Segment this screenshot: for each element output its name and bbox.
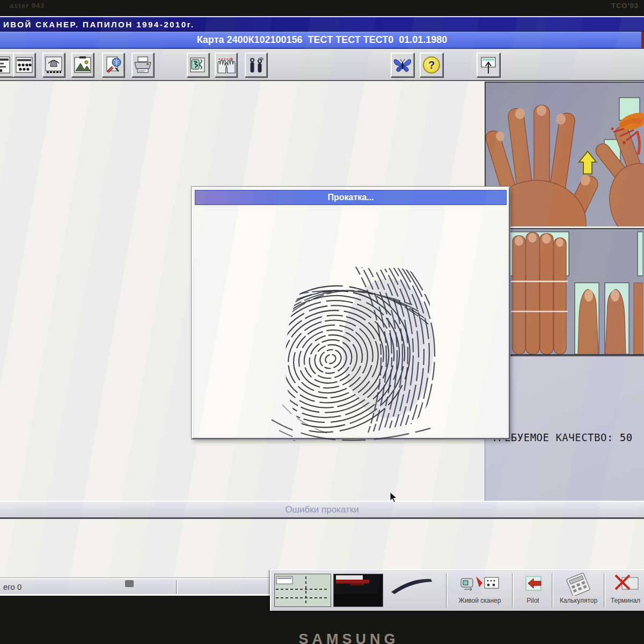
taskbar-label: Живой сканер <box>448 597 511 604</box>
dialog-title-bar[interactable]: Прокатка... <box>195 190 507 205</box>
fingerprint-image <box>251 244 454 441</box>
card-info-bar: Карта 2400К102100156 ТЕСТ ТЕСТ ТЕСТ0 01.… <box>0 32 644 49</box>
taskbar-divider <box>552 573 553 608</box>
dialog-body <box>195 207 507 436</box>
scan-card-icon <box>189 56 207 74</box>
monitor-model-text: aster 943 <box>10 2 45 10</box>
slap-photo-graphic <box>507 229 643 354</box>
status-bar: Ошибки прокатки <box>0 501 644 519</box>
screen: ИВОЙ СКАНЕР. ПАПИЛОН 1994-2010г. Карта 2… <box>0 16 644 594</box>
tools-icon <box>247 56 265 74</box>
taskbar-label: Терминал <box>606 597 644 604</box>
fingerprint-card-button[interactable] <box>13 53 35 77</box>
toolbar: ? <box>0 49 644 81</box>
taskbar-swoosh[interactable] <box>385 574 446 607</box>
card-form-icon <box>0 56 11 74</box>
taskbar-item-pilot[interactable]: Pilot <box>514 571 552 610</box>
butterfly-button[interactable] <box>391 53 414 77</box>
two-hands-icon <box>216 56 236 74</box>
taskbar-divider <box>446 573 448 608</box>
tools-button[interactable] <box>245 53 267 77</box>
pilot-icon <box>514 571 552 596</box>
taskbar-item-terminal[interactable]: Терминал <box>606 571 644 610</box>
taskbar-item-live-scanner[interactable]: Живой сканер <box>448 571 511 610</box>
dialog-title-text: Прокатка... <box>327 193 374 202</box>
rolling-dialog: Прокатка... <box>192 187 510 439</box>
slap-and-thumbs-photo <box>506 228 644 355</box>
total-count-text: его 0 <box>3 582 21 591</box>
mouse-cursor <box>390 492 398 503</box>
taskbar-label: Pilot <box>514 597 552 604</box>
print-button[interactable] <box>131 53 154 77</box>
required-quality-text: ТРЕБУЕМОЕ КАЧЕСТВО: 50 <box>492 431 633 443</box>
taskbar-divider <box>604 573 605 608</box>
taskbar-thumbnail-grid[interactable] <box>274 574 331 607</box>
print-icon <box>134 56 152 74</box>
window-restore-icon <box>479 55 497 75</box>
monitor-button[interactable] <box>125 580 134 587</box>
card-info-text: Карта 2400К102100156 ТЕСТ ТЕСТ ТЕСТ0 01.… <box>197 34 448 46</box>
picture-icon <box>74 56 91 74</box>
app-title-bar: ИВОЙ СКАНЕР. ПАПИЛОН 1994-2010г. <box>0 16 644 32</box>
help-icon: ? <box>423 56 440 74</box>
roll-finger-icon <box>45 56 62 74</box>
live-scanner-icon <box>448 571 511 596</box>
help-button[interactable]: ? <box>420 53 443 77</box>
fingerprint-card-icon <box>16 56 33 74</box>
taskbar-divider <box>512 573 514 608</box>
two-hands-button[interactable] <box>215 53 237 77</box>
picture-button[interactable] <box>71 53 94 77</box>
taskbar-thumbnail-image[interactable] <box>333 574 383 607</box>
card-bar-edge-mark <box>641 32 644 49</box>
scan-card-button[interactable] <box>187 53 209 77</box>
calculator-icon <box>554 571 603 596</box>
monitor: aster 943 TCO'03 ИВОЙ СКАНЕР. ПАПИЛОН 19… <box>0 0 644 644</box>
grid-thumbnail-graphic <box>275 574 331 606</box>
app-title: ИВОЙ СКАНЕР. ПАПИЛОН 1994-2010г. <box>3 20 194 29</box>
document-search-button[interactable] <box>102 53 125 77</box>
monitor-brand-logo: SAMSUNG <box>241 631 456 644</box>
image-thumbnail-graphic <box>334 574 383 606</box>
terminal-icon <box>606 571 644 596</box>
card-form-button[interactable] <box>0 53 14 77</box>
swoosh-graphic <box>385 574 445 606</box>
status-message: Ошибки прокатки <box>285 504 358 515</box>
butterfly-icon <box>393 56 412 74</box>
taskbar: Живой сканер Pilot Калькулятор <box>270 569 644 611</box>
roll-finger-button[interactable] <box>42 53 65 77</box>
taskbar-label: Калькулятор <box>554 597 603 604</box>
window-restore-button[interactable] <box>477 53 500 77</box>
taskbar-item-calculator[interactable]: Калькулятор <box>554 571 603 610</box>
document-search-icon <box>105 56 122 74</box>
tco-logo-text: TCO'03 <box>611 2 639 10</box>
status-divider <box>176 580 178 594</box>
